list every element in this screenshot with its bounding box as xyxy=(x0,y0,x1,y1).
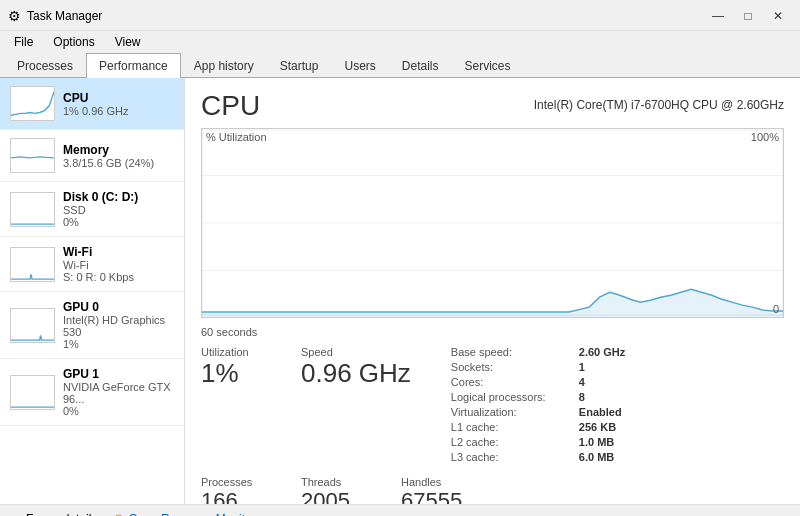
cpu-graph: % Utilization 100% 0 xyxy=(201,128,784,318)
sidebar-item-gpu1[interactable]: GPU 1 NVIDIA GeForce GTX 96... 0% xyxy=(0,359,184,426)
detail-sockets: Sockets: 1 xyxy=(451,361,625,373)
cores-label: Cores: xyxy=(451,376,571,388)
fewer-details-label: Fewer details xyxy=(26,512,97,517)
tab-services[interactable]: Services xyxy=(452,53,524,78)
app-icon: ⚙ xyxy=(8,8,21,24)
speed-value: 0.96 GHz xyxy=(301,358,411,389)
app-title: Task Manager xyxy=(27,9,102,23)
tab-apphistory[interactable]: App history xyxy=(181,53,267,78)
detail-l3: L3 cache: 6.0 MB xyxy=(451,451,625,463)
speed-label: Speed xyxy=(301,346,411,358)
stats-row-1: Utilization 1% Speed 0.96 GHz Base speed… xyxy=(201,346,784,466)
sidebar-item-cpu[interactable]: CPU 1% 0.96 GHz xyxy=(0,78,184,130)
tab-details[interactable]: Details xyxy=(389,53,452,78)
stats-row-2: Processes 166 Threads 2005 Handles 67555 xyxy=(201,476,784,504)
menu-view[interactable]: View xyxy=(109,33,147,51)
l3-value: 6.0 MB xyxy=(579,451,614,463)
wifi-speed: S: 0 R: 0 Kbps xyxy=(63,271,174,283)
disk-type: SSD xyxy=(63,204,174,216)
processes-label: Processes xyxy=(201,476,281,488)
l2-label: L2 cache: xyxy=(451,436,571,448)
sidebar-item-memory[interactable]: Memory 3.8/15.6 GB (24%) xyxy=(0,130,184,182)
details-panel: Base speed: 2.60 GHz Sockets: 1 Cores: 4… xyxy=(451,346,625,466)
l3-label: L3 cache: xyxy=(451,451,571,463)
graph-bottom-label: 0 xyxy=(773,303,779,315)
wifi-info: Wi-Fi Wi-Fi S: 0 R: 0 Kbps xyxy=(63,245,174,283)
virt-label: Virtualization: xyxy=(451,406,571,418)
logical-label: Logical processors: xyxy=(451,391,571,403)
disk-thumb xyxy=(10,192,55,227)
time-label: 60 seconds xyxy=(201,326,784,338)
cpu-info: CPU 1% 0.96 GHz xyxy=(63,91,174,117)
tab-performance[interactable]: Performance xyxy=(86,53,181,78)
sidebar-item-disk[interactable]: Disk 0 (C: D:) SSD 0% xyxy=(0,182,184,237)
open-resource-monitor-link[interactable]: ◉ Open Resource Monitor xyxy=(113,511,255,516)
sockets-value: 1 xyxy=(579,361,585,373)
svg-marker-7 xyxy=(202,289,783,317)
footer: Fewer details ◉ Open Resource Monitor xyxy=(0,504,800,516)
wifi-type: Wi-Fi xyxy=(63,259,174,271)
basespeed-value: 2.60 GHz xyxy=(579,346,625,358)
menu-file[interactable]: File xyxy=(8,33,39,51)
gpu0-name: GPU 0 xyxy=(63,300,174,314)
virt-value: Enabled xyxy=(579,406,622,418)
memory-sub: 3.8/15.6 GB (24%) xyxy=(63,157,174,169)
cores-value: 4 xyxy=(579,376,585,388)
tab-startup[interactable]: Startup xyxy=(267,53,332,78)
title-bar-controls: — □ ✕ xyxy=(704,6,792,26)
disk-usage: 0% xyxy=(63,216,174,228)
detail-l1: L1 cache: 256 KB xyxy=(451,421,625,433)
cpu-thumb xyxy=(10,86,55,121)
sockets-label: Sockets: xyxy=(451,361,571,373)
memory-thumb xyxy=(10,138,55,173)
detail-logical: Logical processors: 8 xyxy=(451,391,625,403)
detail-virt: Virtualization: Enabled xyxy=(451,406,625,418)
memory-info: Memory 3.8/15.6 GB (24%) xyxy=(63,143,174,169)
graph-util-label: % Utilization xyxy=(206,131,267,143)
util-label: Utilization xyxy=(201,346,281,358)
gpu0-info: GPU 0 Intel(R) HD Graphics 530 1% xyxy=(63,300,174,350)
gpu0-thumb xyxy=(10,308,55,343)
menu-options[interactable]: Options xyxy=(47,33,100,51)
threads-value: 2005 xyxy=(301,488,381,504)
gpu1-thumb xyxy=(10,375,55,410)
processes-block: Processes 166 xyxy=(201,476,281,504)
gpu1-model: NVIDIA GeForce GTX 96... xyxy=(63,381,174,405)
cpu-name: CPU xyxy=(63,91,174,105)
tab-users[interactable]: Users xyxy=(331,53,388,78)
content-header: CPU Intel(R) Core(TM) i7-6700HQ CPU @ 2.… xyxy=(201,90,784,122)
gpu1-info: GPU 1 NVIDIA GeForce GTX 96... 0% xyxy=(63,367,174,417)
title-bar-left: ⚙ Task Manager xyxy=(8,8,102,24)
cpu-sub: 1% 0.96 GHz xyxy=(63,105,174,117)
l2-value: 1.0 MB xyxy=(579,436,614,448)
minimize-button[interactable]: — xyxy=(704,6,732,26)
open-monitor-label: Open Resource Monitor xyxy=(128,512,255,517)
handles-value: 67555 xyxy=(401,488,481,504)
logical-value: 8 xyxy=(579,391,585,403)
threads-block: Threads 2005 xyxy=(301,476,381,504)
content-title: CPU xyxy=(201,90,260,122)
handles-block: Handles 67555 xyxy=(401,476,481,504)
sidebar-item-wifi[interactable]: Wi-Fi Wi-Fi S: 0 R: 0 Kbps xyxy=(0,237,184,292)
gpu0-model: Intel(R) HD Graphics 530 xyxy=(63,314,174,338)
disk-info: Disk 0 (C: D:) SSD 0% xyxy=(63,190,174,228)
gpu0-usage: 1% xyxy=(63,338,174,350)
fewer-details-button[interactable]: Fewer details xyxy=(12,512,97,517)
cpu-model-label: Intel(R) Core(TM) i7-6700HQ CPU @ 2.60GH… xyxy=(534,98,784,112)
content-area: CPU Intel(R) Core(TM) i7-6700HQ CPU @ 2.… xyxy=(185,78,800,504)
sidebar-item-gpu0[interactable]: GPU 0 Intel(R) HD Graphics 530 1% xyxy=(0,292,184,359)
memory-name: Memory xyxy=(63,143,174,157)
monitor-icon: ◉ xyxy=(113,511,124,516)
maximize-button[interactable]: □ xyxy=(734,6,762,26)
detail-basespeed: Base speed: 2.60 GHz xyxy=(451,346,625,358)
tab-processes[interactable]: Processes xyxy=(4,53,86,78)
speed-block: Speed 0.96 GHz xyxy=(301,346,411,466)
close-button[interactable]: ✕ xyxy=(764,6,792,26)
menu-bar: File Options View xyxy=(0,31,800,53)
basespeed-label: Base speed: xyxy=(451,346,571,358)
gpu1-name: GPU 1 xyxy=(63,367,174,381)
sidebar: CPU 1% 0.96 GHz Memory 3.8/15.6 GB (24%) xyxy=(0,78,185,504)
main-content: CPU 1% 0.96 GHz Memory 3.8/15.6 GB (24%) xyxy=(0,78,800,504)
tab-bar: Processes Performance App history Startu… xyxy=(0,53,800,78)
util-block: Utilization 1% xyxy=(201,346,281,466)
